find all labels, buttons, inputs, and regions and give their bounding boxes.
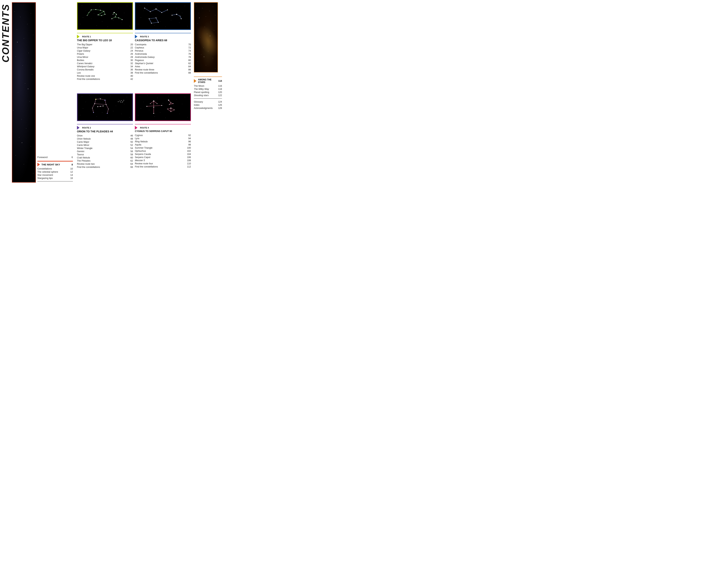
item-name: Serpens Cauda <box>135 153 186 155</box>
item-page: 94 <box>186 137 191 140</box>
svg-line-59 <box>95 104 106 105</box>
svg-line-34 <box>162 10 167 12</box>
list-item: Index 126 <box>194 103 222 107</box>
svg-line-31 <box>145 8 150 12</box>
list-item: Review route three 86 <box>135 68 191 71</box>
svg-line-40 <box>152 22 158 23</box>
list-item: Summer Triangle 100 <box>135 146 191 149</box>
night-sky-divider <box>37 181 73 182</box>
item-name: Pegasus <box>135 59 186 62</box>
svg-point-22 <box>89 12 89 13</box>
route3-column: ROUTE 3 CASSIOPEIA TO ARIES 68 Cassiopei… <box>135 2 191 91</box>
item-page: 110 <box>186 162 191 165</box>
right-star-photo <box>194 2 218 72</box>
route4-title: CYGNUS TO SERPENS CAPUT 90 <box>135 130 172 133</box>
item-page: 96 <box>186 140 191 143</box>
list-item: Aries 84 <box>135 65 191 68</box>
svg-point-30 <box>113 14 113 14</box>
svg-point-66 <box>120 101 120 101</box>
svg-point-100 <box>153 113 154 114</box>
item-page: 56 <box>128 150 133 153</box>
item-name: Winter Triangle <box>77 147 128 150</box>
item-name: Index <box>194 104 216 106</box>
svg-point-48 <box>176 14 177 15</box>
route4-label: ROUTE 4 <box>140 126 149 129</box>
among-stars-arrow-icon <box>194 79 197 83</box>
item-page: 16 <box>67 177 73 180</box>
list-item: Andromeda Galaxy 78 <box>135 56 191 59</box>
svg-point-109 <box>167 109 168 109</box>
item-page: 86 <box>186 68 191 71</box>
route2-title: ORION TO THE PLEIADES 44 <box>77 130 113 133</box>
item-page: 112 <box>186 166 191 168</box>
item-name: Boötes <box>77 59 128 62</box>
among-stars-list2: Glossary 124 Index 126 Acknowledgments 1… <box>194 100 222 110</box>
item-page: 74 <box>186 49 191 52</box>
list-item: Ursa Minor 28 <box>77 56 133 59</box>
night-sky-arrow-icon <box>37 163 40 167</box>
item-page: 58 <box>128 153 133 156</box>
item-name: Canis Major <box>77 141 128 143</box>
svg-point-98 <box>153 101 154 102</box>
svg-point-107 <box>173 103 173 104</box>
svg-line-38 <box>149 18 156 19</box>
list-item: Cygnus 92 <box>135 134 191 137</box>
svg-point-78 <box>97 106 98 107</box>
item-page: 80 <box>186 59 191 62</box>
item-name: Shooting stars <box>194 94 216 97</box>
item-page: 24 <box>128 49 133 52</box>
route4-arrow-icon <box>135 126 137 130</box>
routes-bottom-row: ROUTE 2 ORION TO THE PLEIADES 44 Orion 4… <box>77 94 191 183</box>
svg-line-1 <box>96 9 100 10</box>
item-name: Leo <box>77 72 128 74</box>
list-item: Perseus 74 <box>135 49 191 52</box>
svg-point-101 <box>146 106 147 107</box>
route3-title-row: CASSIOPEIA TO ARIES 68 <box>135 39 191 42</box>
item-name: Lyra <box>135 137 186 140</box>
list-item: Taurus 58 <box>77 153 133 156</box>
route4-image <box>135 94 191 121</box>
svg-point-111 <box>174 110 175 110</box>
item-name: Perseus <box>135 49 186 52</box>
svg-point-83 <box>108 109 109 109</box>
svg-point-23 <box>87 15 88 16</box>
svg-line-88 <box>154 101 157 104</box>
item-page: 14 <box>67 174 73 176</box>
svg-line-55 <box>96 99 100 99</box>
list-item: Canis Minor 52 <box>77 143 133 147</box>
svg-point-77 <box>106 104 106 105</box>
svg-point-82 <box>93 112 94 113</box>
item-page: 72 <box>186 46 191 49</box>
svg-line-6 <box>98 11 104 15</box>
item-name: Constellations <box>37 168 67 170</box>
svg-point-51 <box>149 18 150 19</box>
svg-point-104 <box>157 103 158 104</box>
item-name: Orion Nebula <box>77 138 128 140</box>
item-page: 118 <box>216 88 222 90</box>
list-item: Find the constellations 88 <box>135 71 191 74</box>
route1-image <box>77 2 133 30</box>
route3-image <box>135 2 191 30</box>
svg-line-57 <box>95 99 96 104</box>
right-column: AMONG THE STARS 114 The Moon 116 The Mil… <box>192 0 222 185</box>
svg-line-7 <box>89 10 91 12</box>
svg-point-28 <box>116 14 117 14</box>
svg-line-12 <box>115 14 116 17</box>
left-star-photo <box>12 2 36 183</box>
among-stars-list: The Moon 116 The Milky Way 118 Planet sp… <box>194 84 222 97</box>
item-page: 108 <box>186 159 191 162</box>
item-page: 50 <box>128 141 133 143</box>
route2-label: ROUTE 2 <box>82 126 91 129</box>
item-name: Andromeda <box>135 53 186 55</box>
item-page: 70 <box>186 43 191 46</box>
route2-column: ROUTE 2 ORION TO THE PLEIADES 44 Orion 4… <box>77 94 133 183</box>
list-item: Stargazing tips 16 <box>37 177 73 180</box>
svg-point-19 <box>104 14 105 14</box>
item-page: 122 <box>216 94 222 97</box>
svg-line-96 <box>167 109 171 112</box>
night-sky-page: 8 <box>70 163 73 166</box>
svg-point-80 <box>103 106 104 106</box>
svg-line-87 <box>150 101 154 104</box>
svg-line-10 <box>115 17 119 18</box>
svg-line-89 <box>169 100 171 103</box>
